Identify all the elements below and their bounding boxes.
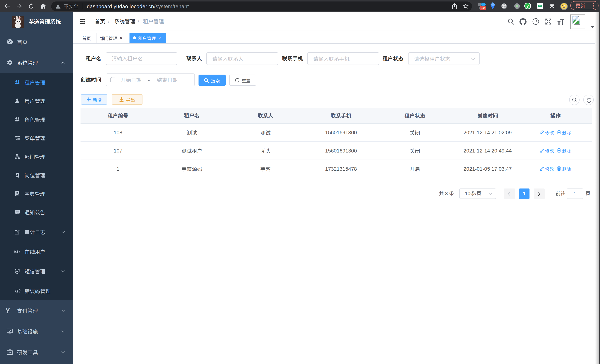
svg-text:y: y — [526, 4, 529, 8]
